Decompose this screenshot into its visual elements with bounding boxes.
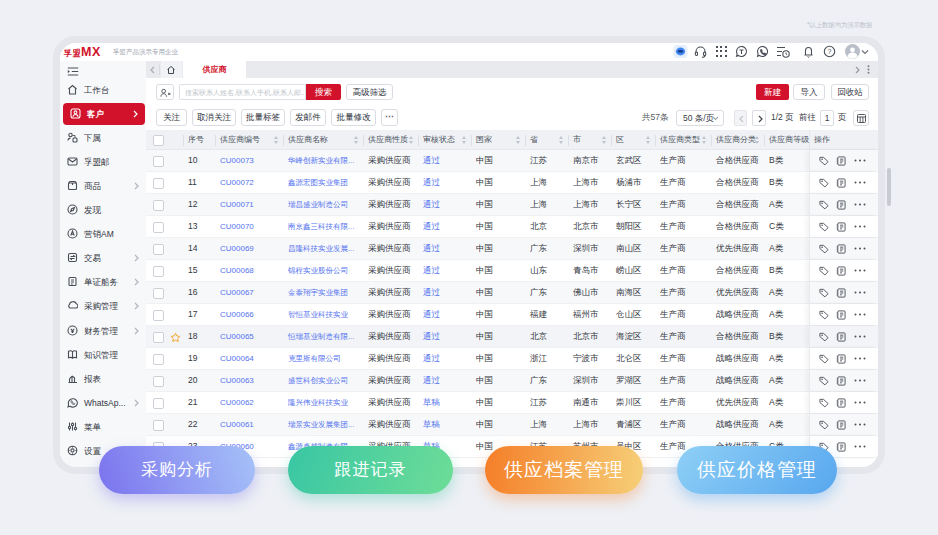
svg-text:?: ? bbox=[827, 48, 831, 55]
